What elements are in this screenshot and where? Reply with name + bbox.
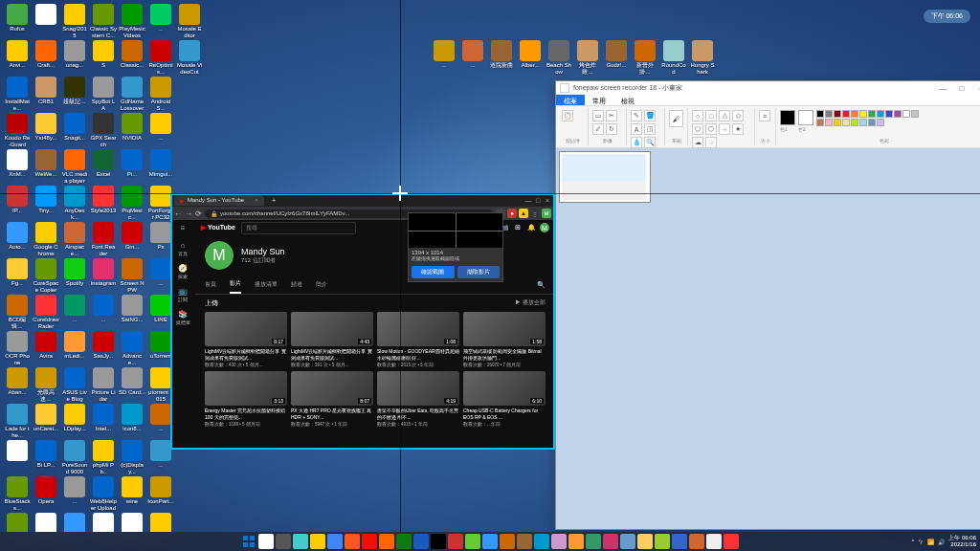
- desktop-shortcut[interactable]: GdName Lossover: [119, 77, 145, 112]
- size-picker[interactable]: ≡: [759, 110, 770, 121]
- desktop-shortcut[interactable]: Snag!2015: [61, 4, 88, 39]
- color-swatch[interactable]: [825, 110, 833, 118]
- color-swatch[interactable]: [842, 110, 850, 118]
- play-all-button[interactable]: ▶ 播放全部: [515, 298, 546, 308]
- weather-widget[interactable]: 下午 06:06: [924, 10, 970, 23]
- video-card[interactable]: 4:19唐策不辛酸的Uber Eats, 吃飯高手名賣的不饒過 用不...觀看次…: [377, 371, 459, 427]
- color-swatch[interactable]: [868, 110, 876, 118]
- desktop-shortcut[interactable]: RoundCod: [660, 40, 687, 76]
- taskbar-snip[interactable]: [448, 534, 463, 549]
- taskbar-excel[interactable]: [396, 534, 412, 549]
- shape[interactable]: ⬠: [692, 123, 703, 135]
- desktop-shortcut[interactable]: Coreldraw Rader: [33, 295, 59, 330]
- color-swatch[interactable]: [834, 110, 841, 118]
- taskbar-app6[interactable]: [551, 534, 567, 549]
- desktop-shortcut[interactable]: NVIDIA: [119, 113, 145, 142]
- channel-tab[interactable]: 影片: [230, 276, 241, 294]
- video-card[interactable]: 8:07PX 大通 HR7 PRO 星光夜視旗艦王 真 HDR + SONY..…: [291, 371, 373, 427]
- desktop-shortcut[interactable]: Classic System C...: [90, 4, 117, 39]
- taskbar-app11[interactable]: [637, 534, 653, 549]
- desktop-shortcut[interactable]: Opera: [33, 476, 59, 505]
- desktop-shortcut[interactable]: ReOptimis...: [147, 40, 174, 76]
- sidebar-item[interactable]: ⌂首頁: [178, 241, 188, 256]
- sidebar-item[interactable]: 📚媒體庫: [176, 310, 190, 325]
- desktop-shortcut[interactable]: CoreSpace Copier: [33, 258, 59, 294]
- taskbar-app5[interactable]: [534, 534, 549, 549]
- paint-titlebar[interactable]: fonepaw screen recorder 18 - 小畫家 — □ ×: [556, 81, 980, 95]
- color-2[interactable]: [798, 110, 813, 125]
- desktop-shortcut[interactable]: ...: [61, 295, 88, 323]
- taskbar-app9[interactable]: [603, 534, 618, 549]
- desktop-shortcut[interactable]: Google Chrome: [33, 222, 59, 257]
- color-swatch[interactable]: [902, 110, 910, 118]
- tray-volume-icon[interactable]: 🔊: [938, 539, 945, 545]
- desktop-shortcut[interactable]: PiqMesic...: [119, 186, 145, 221]
- taskbar-app7[interactable]: [568, 534, 584, 549]
- desktop-shortcut[interactable]: Airspace...: [61, 222, 88, 257]
- taskbar-app10[interactable]: [620, 534, 635, 549]
- desktop-shortcut[interactable]: Pi...: [119, 149, 145, 178]
- taskbar-app2[interactable]: [482, 534, 498, 549]
- desktop-shortcut[interactable]: Intel...: [90, 404, 117, 432]
- desktop-shortcut[interactable]: GPX Search: [90, 113, 117, 148]
- forward-button[interactable]: →: [185, 209, 192, 218]
- paint-tab[interactable]: 常用: [585, 95, 613, 105]
- close-button[interactable]: ×: [544, 196, 551, 204]
- desktop-shortcut[interactable]: IconPart...: [147, 476, 174, 505]
- desktop-shortcut[interactable]: ...: [459, 40, 486, 69]
- shape[interactable]: △: [719, 110, 730, 121]
- color-swatch[interactable]: [877, 110, 884, 118]
- desktop-shortcut[interactable]: BlueStacks...: [4, 476, 31, 512]
- extensions-menu[interactable]: ⋮: [530, 209, 540, 218]
- shape[interactable]: ♡: [705, 137, 717, 148]
- video-card[interactable]: 6:10Cheap USB-C Battery Chargers for EOS…: [463, 371, 546, 427]
- taskbar-app13[interactable]: [672, 534, 687, 549]
- sidebar-item[interactable]: 📺訂閱: [178, 287, 188, 302]
- desktop-shortcut[interactable]: BCD编辑...: [4, 295, 31, 330]
- taskbar-word[interactable]: [413, 534, 429, 549]
- color-swatch[interactable]: [877, 119, 884, 126]
- tray-ime-icon[interactable]: ㄅ: [918, 538, 924, 546]
- channel-tab[interactable]: 簡介: [316, 276, 327, 293]
- taskbar-app3[interactable]: [500, 534, 515, 549]
- desktop-shortcut[interactable]: Aban...: [4, 367, 31, 396]
- tray-chevron-icon[interactable]: ^: [911, 539, 914, 544]
- rotate-tool[interactable]: ↻: [606, 123, 617, 135]
- color-swatch[interactable]: [816, 110, 824, 118]
- shape[interactable]: ◇: [732, 110, 744, 121]
- desktop-shortcut[interactable]: Anvi...: [4, 40, 31, 69]
- shape[interactable]: ○: [692, 110, 703, 121]
- paste-button[interactable]: 📋: [562, 110, 573, 121]
- text-tool[interactable]: A: [631, 123, 642, 135]
- account-avatar[interactable]: M: [540, 223, 549, 232]
- taskbar-app14[interactable]: [689, 534, 704, 549]
- desktop-shortcut[interactable]: Font Reader: [90, 222, 117, 257]
- video-card[interactable]: 8:17LightMV云端影片編輯軟體開箱分享 實測成果有免費版測試...觀看次…: [205, 312, 287, 367]
- color-swatch[interactable]: [851, 110, 858, 118]
- taskbar-chrome[interactable]: [345, 534, 360, 549]
- channel-avatar[interactable]: M: [205, 241, 234, 270]
- shape[interactable]: →: [719, 123, 730, 135]
- sidebar-item[interactable]: 🧭探索: [178, 264, 188, 279]
- desktop-shortcut[interactable]: Alber...: [517, 40, 544, 69]
- desktop-shortcut[interactable]: ASUS Live Blog: [61, 367, 88, 403]
- maximize-button[interactable]: □: [534, 196, 542, 204]
- desktop-shortcut[interactable]: ...: [431, 40, 457, 69]
- desktop-shortcut[interactable]: ...: [90, 295, 117, 323]
- picker-tool[interactable]: 💧: [631, 137, 642, 148]
- desktop-shortcut[interactable]: LDplay...: [61, 404, 88, 432]
- color-swatch[interactable]: [834, 119, 841, 126]
- desktop-shortcut[interactable]: Avira: [33, 331, 59, 360]
- desktop-shortcut[interactable]: Rufus: [4, 4, 31, 33]
- desktop-shortcut[interactable]: InstallMate...: [4, 77, 31, 112]
- desktop-shortcut[interactable]: Beach Show: [546, 40, 572, 76]
- taskbar-terminal[interactable]: [431, 534, 446, 549]
- color-1[interactable]: [780, 110, 795, 125]
- taskbar-app8[interactable]: [586, 534, 601, 549]
- desktop-shortcut[interactable]: [33, 4, 59, 26]
- desktop-shortcut[interactable]: Screen NPW: [119, 258, 145, 294]
- desktop-shortcut[interactable]: SatNG...: [119, 295, 145, 323]
- paint-tab[interactable]: 檔案: [556, 95, 585, 105]
- desktop-shortcut[interactable]: Mosale VideoCut: [176, 40, 203, 76]
- select-tool[interactable]: ▭: [592, 110, 604, 121]
